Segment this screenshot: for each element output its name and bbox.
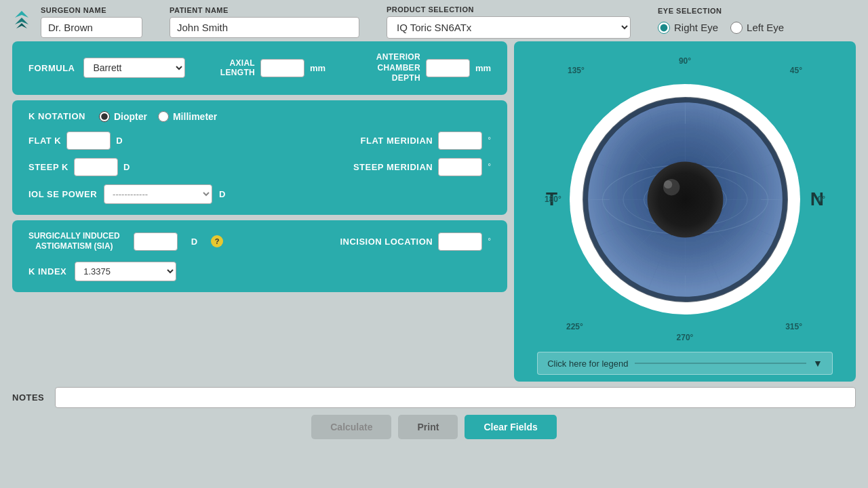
formula-row: FORMULA Barrett Haigis Holladay SRK/T: [28, 58, 185, 78]
legend-button[interactable]: Click here for legend ▼: [537, 352, 833, 375]
millimeter-text: Millimeter: [173, 111, 217, 122]
surgeon-label: SURGEON NAME: [41, 6, 142, 14]
steep-meridian-unit: °: [488, 162, 491, 171]
deg-0: 0°: [818, 195, 825, 204]
flat-k-unit: D: [116, 136, 122, 146]
product-select[interactable]: IQ Toric SN6ATx AcrySof IQ SN60WF PanOpt…: [387, 16, 631, 39]
acd-group: ANTERIOR CHAMBERDEPTH mm: [346, 52, 491, 84]
steep-k-input[interactable]: [74, 158, 118, 176]
svg-marker-2: [16, 23, 27, 28]
eye-selection-group: EYE SELECTION Right Eye Left Eye: [658, 7, 784, 38]
header: SURGEON NAME PATIENT NAME PRODUCT SELECT…: [0, 0, 868, 41]
deg-270: 270°: [677, 333, 694, 342]
k-index-row: K INDEX 1.3375 1.332 1.336: [28, 262, 491, 281]
svg-point-30: [663, 180, 671, 188]
diopter-label[interactable]: Diopter: [99, 111, 147, 122]
iol-row: IOL SE POWER ------------ D: [28, 184, 491, 204]
diopter-text: Diopter: [114, 111, 147, 122]
patient-field-group: PATIENT NAME: [170, 6, 359, 38]
flat-meridian-label: FLAT MERIDIAN: [361, 136, 433, 146]
legend-arrow-icon: ▼: [813, 358, 823, 369]
svg-point-28: [647, 161, 723, 237]
incision-label: INCISION LOCATION: [340, 237, 433, 247]
right-panel-wrapper: T N 90° 45° 135° 0° 180° 315° 225° 270°: [514, 41, 856, 382]
steep-meridian-group: STEEP MERIDIAN °: [353, 158, 491, 176]
iol-label: IOL SE POWER: [28, 189, 97, 199]
acd-input[interactable]: [426, 59, 470, 77]
flat-meridian-group: FLAT MERIDIAN °: [361, 131, 491, 150]
millimeter-radio[interactable]: [158, 111, 169, 122]
formula-panel: FORMULA Barrett Haigis Holladay SRK/T AX…: [12, 41, 507, 95]
steep-meridian-input[interactable]: [438, 158, 482, 176]
k-notation-radios: Diopter Millimeter: [99, 111, 217, 122]
steep-k-unit: D: [123, 162, 130, 172]
main-content: FORMULA Barrett Haigis Holladay SRK/T AX…: [0, 41, 868, 382]
steep-meridian-label: STEEP MERIDIAN: [353, 162, 433, 172]
flat-meridian-input[interactable]: [438, 131, 482, 150]
print-button[interactable]: Print: [398, 415, 458, 439]
axial-label: AXIAL LENGTH: [205, 58, 255, 77]
deg-315: 315°: [785, 322, 802, 331]
patient-label: PATIENT NAME: [170, 6, 359, 14]
left-panels: FORMULA Barrett Haigis Holladay SRK/T AX…: [12, 41, 507, 382]
sia-input[interactable]: [134, 232, 178, 251]
svg-marker-0: [15, 11, 28, 18]
calculate-button[interactable]: Calculate: [311, 415, 391, 439]
right-eye-radio[interactable]: [658, 22, 670, 34]
formula-select[interactable]: Barrett Haigis Holladay SRK/T: [83, 58, 185, 78]
iol-select[interactable]: ------------: [104, 184, 212, 204]
flat-meridian-unit: °: [488, 136, 491, 145]
notes-input[interactable]: [55, 387, 856, 408]
patient-input[interactable]: [170, 17, 359, 38]
buttons-row: Calculate Print Clear Fields: [0, 408, 868, 439]
clear-fields-button[interactable]: Clear Fields: [465, 415, 556, 439]
eye-circle-outer: [570, 84, 800, 314]
deg-45: 45°: [790, 66, 802, 75]
flat-k-label: FLAT K: [28, 136, 61, 146]
legend-line: [635, 363, 806, 364]
deg-180: 180°: [545, 195, 561, 204]
sia-help-icon[interactable]: ?: [211, 235, 223, 247]
formula-label: FORMULA: [28, 63, 75, 73]
flat-k-input[interactable]: [66, 131, 111, 150]
axial-group: AXIAL LENGTH mm: [205, 58, 326, 77]
sia-unit: D: [191, 237, 197, 247]
product-label: PRODUCT SELECTION: [387, 5, 631, 14]
acd-label: ANTERIOR CHAMBERDEPTH: [346, 52, 420, 84]
deg-135: 135°: [568, 66, 585, 75]
right-eye-label[interactable]: Right Eye: [658, 22, 718, 34]
flat-k-row: FLAT K D FLAT MERIDIAN °: [28, 131, 491, 150]
right-eye-text: Right Eye: [674, 22, 718, 33]
acd-unit: mm: [475, 63, 491, 73]
surgeon-input[interactable]: [41, 17, 142, 38]
notes-row: NOTES: [0, 382, 868, 408]
deg-225: 225°: [566, 322, 583, 331]
eye-selection-label: EYE SELECTION: [658, 7, 784, 15]
eye-diagram-panel: T N 90° 45° 135° 0° 180° 315° 225° 270°: [514, 41, 856, 382]
k-notation-header: K NOTATION Diopter Millimeter: [28, 111, 491, 122]
surgeon-field-group: SURGEON NAME: [41, 6, 142, 38]
iol-unit: D: [219, 189, 225, 199]
sia-label: SURGICALLY INDUCEDASTIGMATISM (SIA): [28, 231, 120, 252]
eye-radios: Right Eye Left Eye: [658, 18, 784, 38]
left-eye-label[interactable]: Left Eye: [730, 22, 784, 34]
k-index-select[interactable]: 1.3375 1.332 1.336: [75, 262, 176, 281]
incision-input[interactable]: [438, 232, 482, 251]
deg-90: 90°: [679, 56, 691, 66]
k-notation-label: K NOTATION: [28, 111, 85, 121]
incision-unit: °: [488, 237, 491, 246]
legend-button-text: Click here for legend: [547, 359, 628, 369]
steep-k-group: STEEP K D: [28, 158, 130, 176]
eye-circle-inner: [582, 96, 789, 303]
incision-group: INCISION LOCATION °: [340, 232, 491, 251]
millimeter-label[interactable]: Millimeter: [158, 111, 217, 122]
diopter-radio[interactable]: [99, 111, 110, 122]
notes-label: NOTES: [12, 392, 44, 403]
sia-panel: SURGICALLY INDUCEDASTIGMATISM (SIA) D ? …: [12, 220, 507, 292]
k-index-label: K INDEX: [28, 266, 66, 277]
left-eye-radio[interactable]: [730, 22, 743, 34]
sia-row: SURGICALLY INDUCEDASTIGMATISM (SIA) D ? …: [28, 231, 491, 252]
axial-input[interactable]: [260, 59, 304, 77]
left-eye-text: Left Eye: [747, 22, 784, 33]
app-logo: [8, 5, 35, 35]
